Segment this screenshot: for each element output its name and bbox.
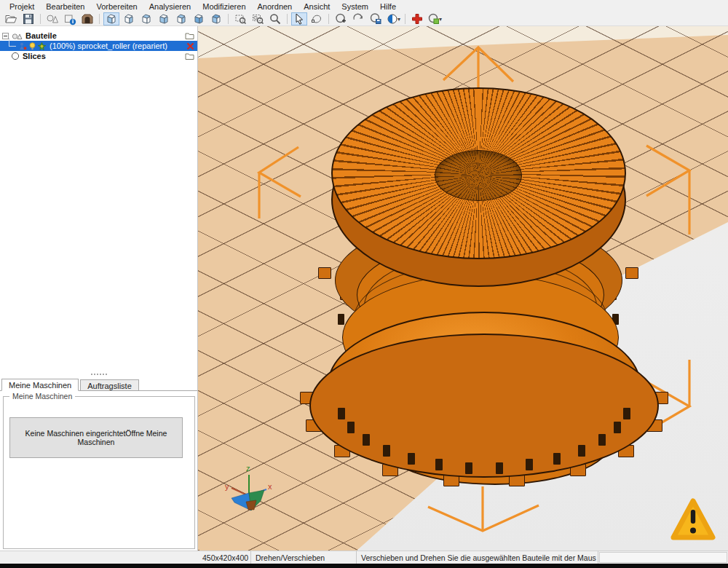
dropdown-caret-icon: ▾ — [397, 16, 400, 23]
view-top-cube-icon — [192, 12, 205, 25]
menu-modifizieren[interactable]: Modifizieren — [197, 1, 250, 12]
status-bar: 450x420x400 Drehen/Verschieben Verschieb… — [0, 551, 728, 564]
view-iso-button[interactable] — [103, 12, 119, 25]
model-peg — [623, 408, 630, 419]
model-peg — [614, 422, 621, 433]
open-button[interactable] — [3, 12, 19, 25]
zoom-parts-icon — [251, 12, 264, 25]
model-peg — [347, 422, 355, 433]
toolbar-separator — [328, 14, 329, 24]
view-back-cube-icon — [175, 12, 188, 25]
open-machines-button[interactable]: Keine Maschinen eingerichtetÖffne Meine … — [9, 417, 183, 458]
model-sprocket-roller[interactable] — [198, 26, 728, 551]
view-front-cube-icon — [140, 12, 153, 25]
select-lasso-button[interactable] — [309, 12, 325, 25]
tree-label-bauteile: Bauteile — [25, 31, 57, 40]
rotate-view-button[interactable] — [350, 12, 366, 25]
model-peg — [553, 453, 561, 465]
save-view-button[interactable] — [368, 12, 384, 25]
save-icon — [22, 12, 35, 25]
zoom-button[interactable] — [267, 12, 283, 25]
machines-groupbox: Meine Maschinen Keine Maschinen eingeric… — [3, 396, 195, 549]
bottom-strip — [0, 564, 728, 568]
machine-icon — [81, 12, 94, 25]
view-bottom-button[interactable] — [208, 12, 224, 25]
menu-hilfe[interactable]: Hilfe — [375, 1, 401, 12]
tree-node-part[interactable]: (100%) sprocket_roller (repariert) — [0, 41, 197, 51]
machine-button[interactable] — [79, 12, 95, 25]
zoom-region-button[interactable] — [232, 12, 248, 25]
tree-node-bauteile[interactable]: Bauteile — [0, 31, 197, 41]
repair-status-icon — [38, 42, 46, 50]
folder-icon[interactable] — [185, 32, 194, 40]
viewport-3d[interactable]: z y x — [198, 26, 728, 551]
circle-arrow-icon — [352, 12, 365, 25]
menu-bearbeiten[interactable]: Bearbeiten — [41, 1, 90, 12]
status-mode: Drehen/Verschieben — [251, 551, 357, 564]
panel-splitter[interactable] — [0, 371, 197, 377]
repair-info-button[interactable] — [62, 12, 78, 25]
view-front-button[interactable] — [138, 12, 154, 25]
view-right-cube-icon — [157, 12, 170, 25]
view-top-button[interactable] — [191, 12, 207, 25]
model-peg — [496, 462, 503, 474]
save-button[interactable] — [20, 12, 36, 25]
tab-auftragsliste[interactable]: Auftragsliste — [80, 379, 139, 390]
menu-system[interactable]: System — [336, 1, 373, 12]
folder-icon[interactable] — [185, 52, 194, 60]
red-plus-icon — [411, 12, 424, 25]
model-peg — [383, 445, 390, 457]
model-peg — [578, 445, 585, 457]
model-peg — [408, 453, 415, 465]
model-peg — [465, 462, 472, 474]
tree-label-slices: Slices — [23, 52, 46, 60]
toolbar-separator — [40, 14, 41, 24]
tree-connector — [9, 38, 16, 47]
repair-info-icon — [63, 12, 76, 25]
part-status-icon — [19, 42, 27, 50]
zoom-region-icon — [234, 12, 247, 25]
view-left-button[interactable] — [121, 12, 137, 25]
view-right-button[interactable] — [156, 12, 172, 25]
status-hint: Verschieben und Drehen Sie die ausgewähl… — [357, 551, 598, 564]
collapse-expander[interactable] — [2, 33, 9, 39]
tree-label-part: (100%) sprocket_roller (repariert) — [50, 42, 167, 50]
model-peg — [338, 408, 345, 419]
status-dimensions: 450x420x400 — [198, 551, 251, 564]
model-peg — [526, 459, 533, 470]
delete-part-button[interactable] — [186, 42, 194, 50]
circle-plus-icon — [334, 12, 347, 25]
shapes-button[interactable] — [44, 12, 60, 25]
menu-analysieren[interactable]: Analysieren — [144, 1, 196, 12]
menu-bar: Projekt Bearbeiten Vorbereiten Analysier… — [0, 0, 728, 12]
slices-circle-icon — [11, 52, 20, 60]
lasso-icon — [310, 12, 323, 25]
view-bottom-cube-icon — [210, 12, 223, 25]
shading-button[interactable]: ▾ — [385, 12, 401, 25]
model-peg — [625, 267, 638, 279]
menu-anordnen[interactable]: Anordnen — [253, 1, 298, 12]
machines-tabs: Meine Maschinen Auftragsliste — [0, 379, 197, 391]
menu-vorbereiten[interactable]: Vorbereiten — [91, 1, 142, 12]
view-back-button[interactable] — [173, 12, 189, 25]
view-iso-cube-icon — [105, 12, 118, 25]
status-left-pad — [0, 551, 198, 564]
shapes-icon — [46, 12, 59, 25]
zoom-parts-button[interactable] — [250, 12, 266, 25]
model-layer — [309, 334, 659, 478]
model-peg — [435, 459, 443, 470]
zoom-in-view-button[interactable] — [333, 12, 349, 25]
tree-node-slices[interactable]: Slices — [0, 51, 197, 61]
lightbulb-icon — [28, 42, 36, 50]
new-slice-button[interactable]: ▾ — [427, 12, 443, 25]
model-peg — [338, 314, 344, 325]
add-part-button[interactable] — [409, 12, 425, 25]
menu-ansicht[interactable]: Ansicht — [298, 1, 335, 12]
red-x-icon — [186, 42, 194, 50]
select-cursor-button[interactable] — [291, 12, 307, 25]
tab-meine-maschinen[interactable]: Meine Maschinen — [1, 379, 79, 391]
menu-projekt[interactable]: Projekt — [4, 1, 39, 12]
status-extra-panel — [599, 552, 727, 563]
groupbox-label: Meine Maschinen — [9, 392, 75, 401]
left-panel: Bauteile (100%) sprocket_roller (reparie… — [0, 26, 198, 551]
